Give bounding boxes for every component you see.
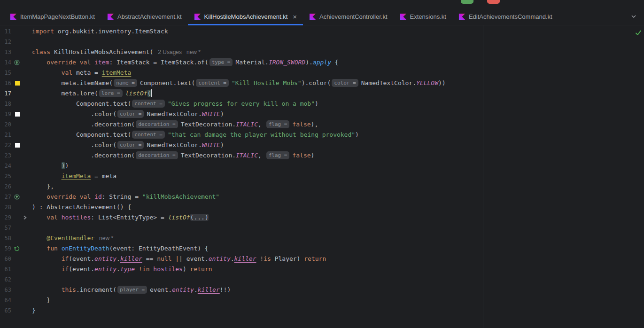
code-text[interactable]: override val id: String = "killMobsAchie…	[32, 192, 219, 202]
parameter-name-hint[interactable]: flag =	[266, 151, 290, 159]
code-text[interactable]: },	[32, 181, 54, 192]
editor-lines: 11import org.bukkit.inventory.ItemStack1…	[0, 26, 644, 316]
code-line: 58 @EventHandlernew *	[0, 233, 644, 243]
token: meta.itemName(	[32, 79, 113, 86]
code-text[interactable]: ) : AbstractAchievement() {	[32, 202, 131, 212]
gutter	[11, 212, 32, 223]
tab-extensions-kt[interactable]: Extensions.kt	[394, 8, 452, 25]
override-icon[interactable]	[14, 194, 20, 200]
token: .decoration(	[32, 152, 135, 159]
code-text[interactable]: meta.itemName(name =Component.text(conte…	[32, 78, 446, 88]
token: if	[62, 255, 69, 262]
token: .increment(	[76, 286, 116, 293]
code-line: 16 meta.itemName(name =Component.text(co…	[0, 78, 644, 88]
code-text[interactable]: itemMeta = meta	[32, 171, 116, 181]
code-text[interactable]: this.increment(player =event.entity.kill…	[32, 285, 231, 295]
parameter-name-hint[interactable]: decoration =	[136, 151, 178, 159]
token	[32, 172, 62, 180]
tab-itemmappagenextbutton-kt[interactable]: ItemMapPageNextButton.kt	[4, 8, 101, 25]
parameter-name-hint[interactable]: color =	[117, 110, 144, 118]
parameter-name-hint[interactable]: type =	[209, 58, 233, 66]
stop-button[interactable]	[487, 0, 500, 4]
line-number: 16	[0, 78, 11, 88]
code-text[interactable]: if(event.entity.type !in hostiles) retur…	[32, 264, 212, 274]
parameter-name-hint[interactable]: name =	[114, 79, 137, 87]
close-icon[interactable]: ×	[293, 13, 297, 20]
fold-chevron[interactable]	[23, 215, 27, 220]
editor-tabs: ItemMapPageNextButton.ktAbstractAchievem…	[4, 8, 559, 25]
code-text[interactable]: meta.lore(lore =listOf(	[32, 88, 152, 99]
token: TextDecoration.	[181, 152, 236, 159]
code-line: 17 meta.lore(lore =listOf(	[0, 88, 644, 99]
line-number: 12	[0, 37, 11, 47]
token: false	[292, 152, 310, 159]
code-vision-hint[interactable]: new *	[99, 235, 113, 242]
parameter-name-hint[interactable]: content =	[196, 79, 229, 87]
token: ).color(	[302, 79, 331, 86]
code-text[interactable]: val meta = itemMeta	[32, 68, 131, 78]
parameter-name-hint[interactable]: color =	[117, 141, 144, 149]
code-text[interactable]: val hostiles: List<EntityType> = listOf(…	[32, 212, 209, 223]
gutter	[11, 192, 32, 202]
parameter-name-hint[interactable]: content =	[132, 100, 165, 108]
override-icon[interactable]	[14, 60, 20, 65]
gutter	[11, 130, 32, 140]
code-text[interactable]: class KillHostileMobsAchievement(2 Usage…	[32, 47, 201, 57]
token: itemMeta	[102, 69, 132, 76]
parameter-name-hint[interactable]: lore =	[99, 89, 123, 97]
tab-label: EditAchievementsCommand.kt	[469, 13, 552, 20]
run-button[interactable]	[461, 0, 473, 4]
line-number: 57	[0, 223, 11, 233]
code-vision-hint[interactable]: 2 Usages	[158, 49, 182, 55]
token: }	[32, 297, 50, 304]
code-vision-hint[interactable]: new *	[186, 49, 201, 55]
tab-achievementcontroller-kt[interactable]: AchievementController.kt	[303, 8, 394, 25]
code-text[interactable]: }	[32, 305, 36, 316]
token: !in	[139, 266, 149, 273]
token: class	[32, 48, 54, 55]
code-line: 13class KillHostileMobsAchievement(2 Usa…	[0, 47, 644, 57]
event-icon[interactable]	[14, 246, 20, 251]
token: Component.text(	[140, 79, 195, 86]
code-text[interactable]: Component.text(content ="that can damage…	[32, 130, 359, 140]
gutter	[11, 109, 32, 119]
parameter-name-hint[interactable]: decoration =	[136, 120, 178, 128]
gutter	[11, 140, 32, 150]
code-text[interactable]: .decoration(decoration =TextDecoration.I…	[32, 150, 314, 161]
code-text[interactable]: .color(color =NamedTextColor.WHITE)	[32, 109, 224, 119]
code-text[interactable]: .decoration(decoration =TextDecoration.I…	[32, 119, 318, 130]
inspections-ok-icon[interactable]	[635, 29, 642, 38]
token: ))	[438, 79, 446, 86]
code-text[interactable]: if(event.entity.killer == null || event.…	[32, 254, 326, 264]
color-swatch[interactable]	[15, 143, 20, 148]
code-text[interactable]: import org.bukkit.inventory.ItemStack	[32, 26, 168, 37]
token: item	[94, 59, 109, 66]
folded-region[interactable]: (...)	[190, 214, 209, 221]
tab-editachievementscommand-kt[interactable]: EditAchievementsCommand.kt	[452, 8, 559, 25]
parameter-name-hint[interactable]: player =	[117, 286, 147, 294]
token: return	[190, 266, 212, 273]
code-text[interactable]: Component.text(content ="Gives progress …	[32, 99, 318, 109]
code-text[interactable]: .color(color =NamedTextColor.WHITE)	[32, 140, 224, 150]
token: ),	[311, 121, 318, 128]
color-swatch[interactable]	[15, 81, 20, 86]
gutter	[11, 161, 32, 171]
code-text[interactable]: override val item: ItemStack = ItemStack…	[32, 57, 339, 68]
gutter	[11, 57, 32, 68]
editor[interactable]: 11import org.bukkit.inventory.ItemStack1…	[0, 25, 644, 328]
hidden-tabs-dropdown[interactable]	[623, 8, 644, 25]
token: .	[116, 266, 120, 273]
code-text[interactable]: @EventHandlernew *	[32, 233, 113, 243]
tab-killhostilemobsachievement-kt[interactable]: KillHostileMobsAchievement.kt×	[188, 8, 303, 25]
code-text[interactable]: }	[32, 295, 50, 305]
color-swatch[interactable]	[15, 112, 20, 117]
code-text[interactable]: ))	[32, 161, 69, 171]
parameter-name-hint[interactable]: content =	[132, 131, 165, 139]
code-text[interactable]: fun onEntityDeath(event: EntityDeathEven…	[32, 243, 209, 254]
token: ,	[258, 121, 265, 128]
tab-abstractachievement-kt[interactable]: AbstractAchievement.kt	[101, 8, 188, 25]
code-line: 11import org.bukkit.inventory.ItemStack	[0, 26, 644, 37]
parameter-name-hint[interactable]: color =	[332, 79, 358, 87]
tab-bar: ItemMapPageNextButton.ktAbstractAchievem…	[0, 8, 644, 25]
parameter-name-hint[interactable]: flag =	[266, 120, 290, 128]
